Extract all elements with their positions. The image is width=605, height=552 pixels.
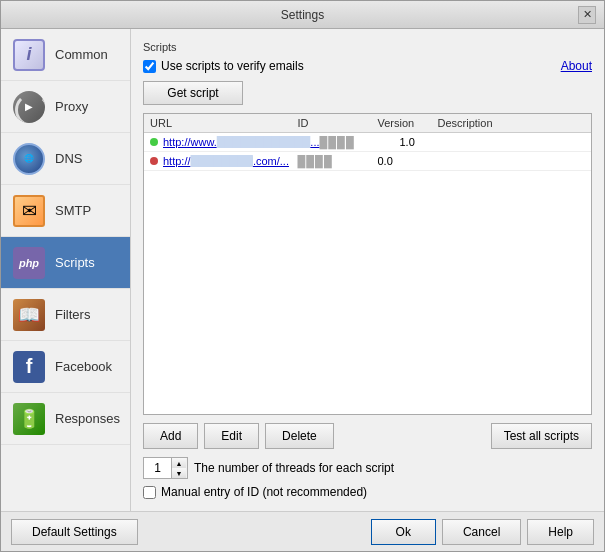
sidebar-label-common: Common	[55, 47, 108, 62]
row-version: 0.0	[378, 155, 438, 167]
common-icon: i	[13, 39, 45, 71]
facebook-icon: f	[13, 351, 45, 383]
sidebar-label-scripts: Scripts	[55, 255, 95, 270]
threads-value[interactable]	[144, 458, 172, 478]
spinner-down-button[interactable]: ▼	[172, 468, 186, 478]
close-button[interactable]: ✕	[578, 6, 596, 24]
row-url-link[interactable]: http://www.████████████...	[163, 136, 320, 148]
filters-icon: 📖	[13, 299, 45, 331]
table-row[interactable]: http://www.████████████... ████ 1.0	[144, 133, 591, 152]
section-label: Scripts	[143, 41, 592, 53]
cancel-button[interactable]: Cancel	[442, 519, 521, 545]
use-scripts-row: Use scripts to verify emails About	[143, 59, 592, 73]
default-settings-button[interactable]: Default Settings	[11, 519, 138, 545]
threads-label: The number of threads for each script	[194, 461, 394, 475]
manual-entry-row: Manual entry of ID (not recommended)	[143, 485, 592, 499]
row-id: ████	[320, 136, 400, 148]
window-body: i Common Proxy 🌐 DNS ✉	[1, 29, 604, 511]
sidebar-label-dns: DNS	[55, 151, 82, 166]
sidebar-item-smtp[interactable]: ✉ SMTP	[1, 185, 130, 237]
spinner-up-button[interactable]: ▲	[172, 458, 186, 468]
sidebar: i Common Proxy 🌐 DNS ✉	[1, 29, 131, 511]
table-header: URL ID Version Description	[144, 114, 591, 133]
manual-entry-checkbox[interactable]	[143, 486, 156, 499]
sidebar-item-scripts[interactable]: php Scripts	[1, 237, 130, 289]
sidebar-label-proxy: Proxy	[55, 99, 88, 114]
window-footer: Default Settings Ok Cancel Help	[1, 511, 604, 551]
title-bar: Settings ✕	[1, 1, 604, 29]
smtp-icon: ✉	[13, 195, 45, 227]
sidebar-label-facebook: Facebook	[55, 359, 112, 374]
ok-button[interactable]: Ok	[371, 519, 436, 545]
sidebar-label-smtp: SMTP	[55, 203, 91, 218]
about-link[interactable]: About	[561, 59, 592, 73]
use-scripts-label: Use scripts to verify emails	[161, 59, 304, 73]
manual-entry-label: Manual entry of ID (not recommended)	[161, 485, 367, 499]
col-id: ID	[298, 117, 378, 129]
add-button[interactable]: Add	[143, 423, 198, 449]
sidebar-item-dns[interactable]: 🌐 DNS	[1, 133, 130, 185]
col-url: URL	[150, 117, 298, 129]
settings-window: Settings ✕ i Common Proxy 🌐	[0, 0, 605, 552]
proxy-icon	[13, 91, 45, 123]
sidebar-label-filters: Filters	[55, 307, 90, 322]
row-url-link[interactable]: http://████████.com/...	[163, 155, 289, 167]
responses-icon: 🔋	[13, 403, 45, 435]
test-all-button[interactable]: Test all scripts	[491, 423, 592, 449]
sidebar-item-facebook[interactable]: f Facebook	[1, 341, 130, 393]
get-script-button[interactable]: Get script	[143, 81, 243, 105]
col-description: Description	[438, 117, 586, 129]
row-id: ████	[298, 155, 378, 167]
sidebar-item-filters[interactable]: 📖 Filters	[1, 289, 130, 341]
dns-icon: 🌐	[13, 143, 45, 175]
help-button[interactable]: Help	[527, 519, 594, 545]
action-buttons: Add Edit Delete Test all scripts	[143, 423, 592, 449]
status-dot-red	[150, 157, 158, 165]
delete-button[interactable]: Delete	[265, 423, 334, 449]
sidebar-item-responses[interactable]: 🔋 Responses	[1, 393, 130, 445]
sidebar-item-proxy[interactable]: Proxy	[1, 81, 130, 133]
table-row[interactable]: http://████████.com/... ████ 0.0	[144, 152, 591, 171]
col-version: Version	[378, 117, 438, 129]
status-dot-green	[150, 138, 158, 146]
use-scripts-checkbox[interactable]	[143, 60, 156, 73]
scripts-icon: php	[13, 247, 45, 279]
scripts-table: URL ID Version Description http://www.██…	[143, 113, 592, 415]
threads-spinner[interactable]: ▲ ▼	[143, 457, 188, 479]
window-title: Settings	[27, 8, 578, 22]
edit-button[interactable]: Edit	[204, 423, 259, 449]
sidebar-label-responses: Responses	[55, 411, 120, 426]
row-version: 1.0	[400, 136, 460, 148]
threads-row: ▲ ▼ The number of threads for each scrip…	[143, 457, 592, 479]
main-content: Scripts Use scripts to verify emails Abo…	[131, 29, 604, 511]
sidebar-item-common[interactable]: i Common	[1, 29, 130, 81]
